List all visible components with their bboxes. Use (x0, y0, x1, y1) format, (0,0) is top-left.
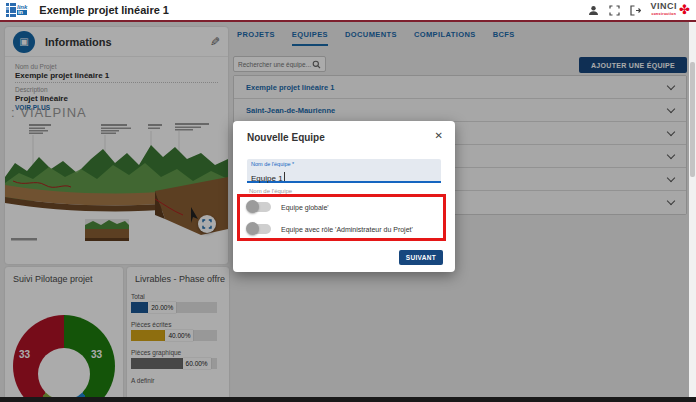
page-title: Exemple projet linéaire 1 (39, 4, 169, 16)
scrollbar[interactable] (689, 22, 696, 402)
user-icon[interactable] (588, 4, 600, 16)
vinci-logo: VINCI construction ✤ (651, 2, 690, 18)
field-label-description: Description (15, 86, 48, 93)
informations-title: Informations (45, 36, 112, 48)
team-name-field[interactable]: Nom de l'équipe * Equipe 1 (247, 159, 441, 183)
toggle-row-equipe-globale: Equipe globale' (247, 202, 329, 212)
donut-chart-title: Suivi Pilotage projet (5, 267, 123, 284)
fullscreen-icon[interactable] (609, 4, 621, 16)
edit-icon[interactable]: ✎ (210, 35, 220, 49)
bar-category-label: Pièces graphique (131, 349, 225, 356)
chevron-down-icon[interactable] (667, 150, 675, 158)
team-name-label: Nom de l'équipe * (251, 161, 437, 167)
equipe-globale-label: Equipe globale' (281, 204, 329, 211)
terrain-preview-image (5, 119, 228, 264)
content-area: ▣ Informations ✎ Nom du Projet Exemple p… (0, 22, 696, 402)
divider (15, 82, 218, 83)
close-icon[interactable]: ✕ (435, 130, 443, 141)
donut-label-red: 33 (19, 349, 30, 360)
tab-projets[interactable]: PROJETS (237, 30, 275, 46)
chevron-down-icon[interactable] (667, 173, 675, 181)
search-icon (312, 55, 321, 73)
chevron-down-icon[interactable] (667, 127, 675, 135)
app-header: link in Exemple projet linéaire 1 VINCI … (0, 0, 696, 22)
tab-documents[interactable]: DOCUMENTS (345, 30, 397, 46)
team-row-label: Exemple projet linéaire 1 (246, 83, 334, 92)
logo-pixel-icon (6, 3, 15, 17)
tab-bar: PROJETSEQUIPESDOCUMENTSCOMPILATIONSBCFS (237, 30, 515, 46)
chevron-down-icon[interactable] (667, 81, 675, 89)
bar-track: 60.00% (131, 358, 217, 369)
modal-title: Nouvelle Equipe (247, 132, 325, 143)
suivi-pilotage-card: Suivi Pilotage projet 33 33 (5, 267, 123, 402)
chevron-down-icon[interactable] (667, 197, 675, 205)
chevron-down-icon[interactable] (667, 104, 675, 112)
donut-hole (38, 348, 90, 400)
brand-sub-text: construction (651, 10, 678, 18)
bar-chart: Total20.00%Pièces écrites40.00%Pièces gr… (131, 293, 225, 392)
vinci-rosette-icon: ✤ (679, 4, 690, 16)
bar-category-label: Pièces écrites (131, 321, 225, 328)
bar-group: Pièces graphique60.00% (131, 349, 225, 369)
informations-card: ▣ Informations ✎ Nom du Projet Exemple p… (5, 27, 228, 264)
bar-fill (131, 330, 165, 341)
bar-track: 40.00% (131, 330, 217, 341)
field-label-nom-du-projet: Nom du Projet (15, 63, 57, 70)
team-row[interactable]: Exemple projet linéaire 1 (234, 76, 686, 99)
team-row-label: Saint-Jean-de-Maurienne (246, 106, 335, 115)
bar-group: Total20.00% (131, 293, 225, 313)
text-caret (284, 172, 285, 181)
informations-icon: ▣ (13, 31, 35, 53)
admin-role-label: Equipe avec rôle 'Administrateur du Proj… (281, 226, 413, 233)
app-logo[interactable]: link in (6, 3, 27, 17)
tab-compilations[interactable]: COMPILATIONS (414, 30, 476, 46)
image-title-vialpina: : VIALPINA (11, 105, 87, 120)
team-row[interactable]: Saint-Jean-de-Maurienne (234, 99, 686, 122)
livrables-card: Livrables - Phase offre Total20.00%Pièce… (127, 267, 229, 402)
search-team-box[interactable] (233, 56, 326, 72)
tab-bcfs[interactable]: BCFS (493, 30, 515, 46)
field-value-description: Projet linéaire (15, 94, 68, 103)
bar-fill (131, 358, 183, 369)
team-name-value: Equipe 1 (251, 174, 283, 183)
bar-category-label: Total (131, 293, 225, 300)
bar-chart-title: Livrables - Phase offre (127, 267, 229, 284)
search-team-input[interactable] (238, 61, 312, 68)
toggle-row-admin-role: Equipe avec rôle 'Administrateur du Proj… (247, 224, 413, 234)
tab-equipes[interactable]: EQUIPES (292, 30, 328, 46)
donut-label-green: 33 (91, 349, 102, 360)
bar-value-badge: 20.00% (148, 302, 176, 313)
bar-value-badge: 40.00% (165, 330, 193, 341)
suivant-button[interactable]: SUIVANT (399, 250, 443, 265)
scrollbar-thumb[interactable] (690, 62, 695, 177)
logo-in-text: in (17, 10, 27, 15)
bar-group: Pièces écrites40.00% (131, 321, 225, 341)
bar-fill (131, 302, 148, 313)
bar-track: 20.00% (131, 302, 217, 313)
bar-category-label: A definir (131, 377, 225, 384)
logout-icon[interactable] (630, 4, 642, 16)
field-value-nom-du-projet: Exemple projet linéaire 1 (15, 71, 109, 80)
expand-image-button[interactable] (198, 215, 216, 233)
window-bottom-edge (0, 397, 696, 402)
equipe-globale-toggle[interactable] (247, 202, 271, 212)
admin-role-toggle[interactable] (247, 224, 271, 234)
bar-value-badge: 60.00% (183, 358, 211, 369)
new-team-modal: Nouvelle Equipe ✕ Nom de l'équipe * Equi… (233, 121, 455, 272)
bar-group: A definir (131, 377, 225, 384)
add-team-button[interactable]: AJOUTER UNE ÉQUIPE (579, 57, 687, 73)
